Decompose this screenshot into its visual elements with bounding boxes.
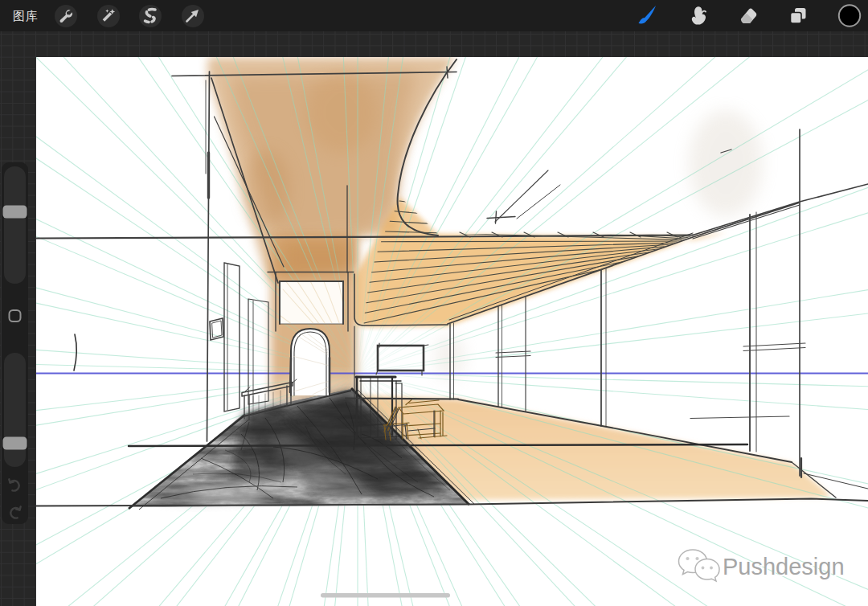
svg-text:Pushdesign: Pushdesign bbox=[723, 554, 845, 579]
